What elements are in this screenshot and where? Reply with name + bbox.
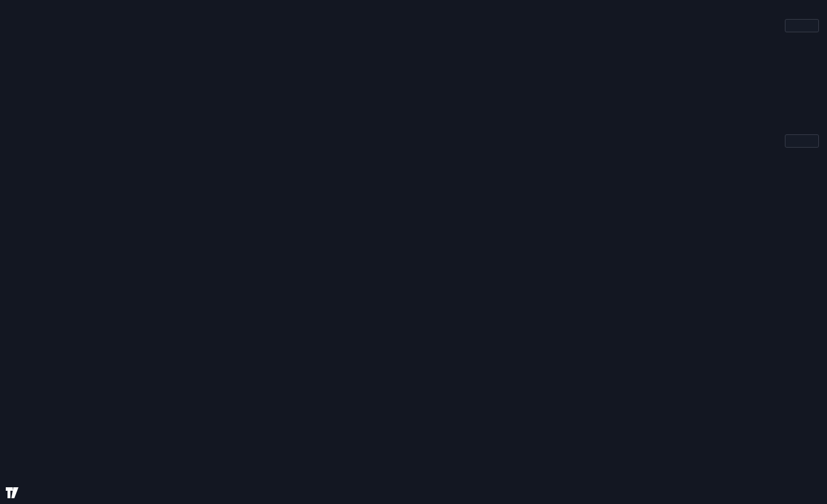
tradingview-published-chart [0,0,827,504]
tradingview-watermark[interactable] [6,487,23,498]
chart-canvas[interactable] [0,0,827,504]
currency-button-indicator[interactable] [785,19,819,32]
tradingview-logo-icon [6,487,19,498]
symbol-title-bar [8,136,33,144]
currency-button-main[interactable] [785,134,819,148]
